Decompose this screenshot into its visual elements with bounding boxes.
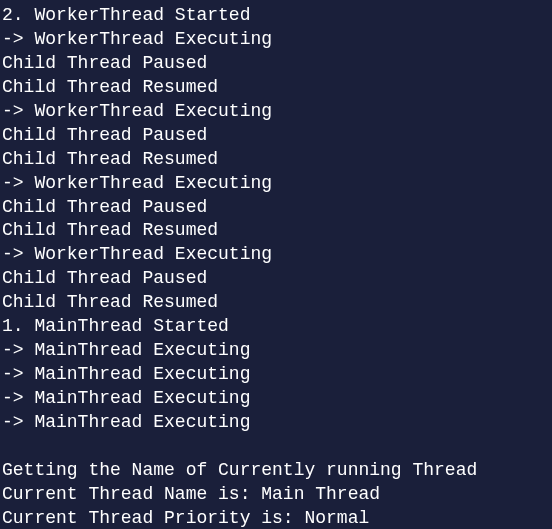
console-line: Child Thread Resumed bbox=[2, 148, 550, 172]
console-line: 2. WorkerThread Started bbox=[2, 4, 550, 28]
console-line: Getting the Name of Currently running Th… bbox=[2, 459, 550, 483]
console-line: Child Thread Resumed bbox=[2, 291, 550, 315]
console-line: -> MainThread Executing bbox=[2, 363, 550, 387]
console-line: Child Thread Resumed bbox=[2, 76, 550, 100]
console-line: Child Thread Paused bbox=[2, 267, 550, 291]
console-line: -> WorkerThread Executing bbox=[2, 172, 550, 196]
console-line: 1. MainThread Started bbox=[2, 315, 550, 339]
console-line: -> MainThread Executing bbox=[2, 411, 550, 435]
console-line: Current Thread Priority is: Normal bbox=[2, 507, 550, 529]
console-line: -> MainThread Executing bbox=[2, 339, 550, 363]
console-line: -> WorkerThread Executing bbox=[2, 28, 550, 52]
console-line: Current Thread Name is: Main Thread bbox=[2, 483, 550, 507]
console-line: -> WorkerThread Executing bbox=[2, 243, 550, 267]
console-output: 2. WorkerThread Started -> WorkerThread … bbox=[2, 4, 550, 529]
console-blank-line bbox=[2, 435, 550, 459]
console-line: -> WorkerThread Executing bbox=[2, 100, 550, 124]
console-line: Child Thread Paused bbox=[2, 52, 550, 76]
console-line: Child Thread Paused bbox=[2, 196, 550, 220]
console-line: Child Thread Paused bbox=[2, 124, 550, 148]
console-line: Child Thread Resumed bbox=[2, 219, 550, 243]
console-line: -> MainThread Executing bbox=[2, 387, 550, 411]
